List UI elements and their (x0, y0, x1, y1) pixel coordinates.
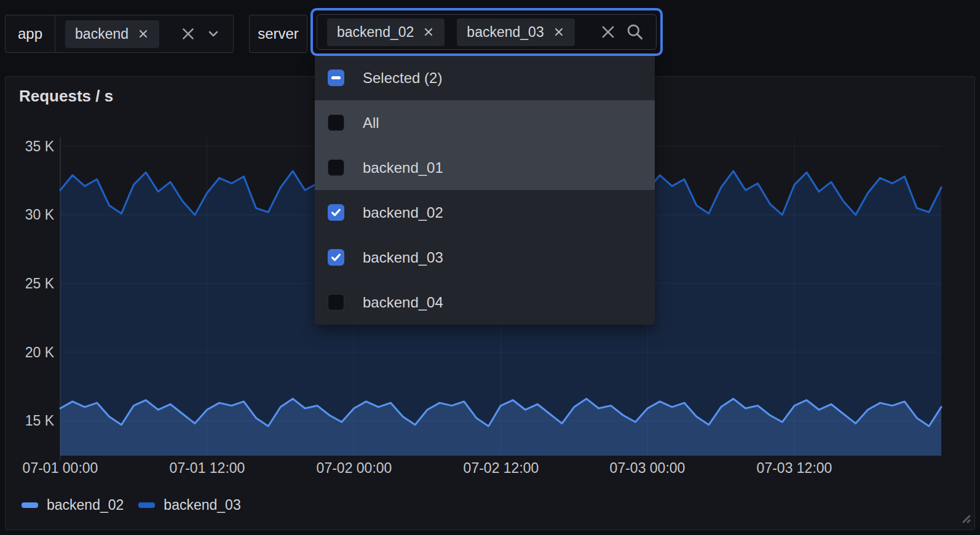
clear-icon[interactable] (180, 26, 196, 42)
y-tick-label: 25 K (16, 275, 54, 292)
dropdown-option-selected-2-[interactable]: Selected (2) (315, 55, 655, 100)
checkbox-unchecked-icon[interactable] (328, 159, 344, 176)
filter-tag-label: backend_02 (337, 24, 414, 41)
x-tick-label: 07-02 12:00 (449, 459, 553, 477)
y-tick-label: 30 K (16, 206, 54, 223)
server-multiselect-input[interactable]: backend_02backend_03 (317, 14, 657, 50)
legend-item-backend_03[interactable]: backend_03 (138, 497, 240, 513)
dropdown-option-label: backend_02 (363, 204, 443, 221)
x-tick-label: 07-02 00:00 (302, 459, 406, 477)
filter-tag[interactable]: backend_02 (327, 18, 445, 46)
dropdown-option-backend-03[interactable]: backend_03 (315, 235, 655, 280)
filter-tag[interactable]: backend (65, 20, 159, 48)
checkbox-unchecked-icon[interactable] (328, 114, 344, 131)
remove-tag-icon[interactable] (422, 26, 435, 38)
legend-swatch-icon (138, 502, 155, 508)
checkbox-checked-icon[interactable] (328, 204, 344, 221)
legend-swatch-icon (22, 502, 38, 508)
server-variable-label: server (249, 15, 307, 53)
dropdown-option-label: backend_04 (363, 294, 443, 311)
dropdown-option-label: All (363, 114, 379, 132)
app-tag-list: backend (65, 20, 159, 48)
dropdown-option-backend-01[interactable]: backend_01 (315, 145, 655, 190)
dropdown-option-backend-02[interactable]: backend_02 (315, 190, 655, 235)
x-tick-label: 07-03 00:00 (595, 459, 700, 477)
dropdown-option-label: Selected (2) (363, 69, 442, 87)
checkbox-unchecked-icon[interactable] (328, 294, 344, 311)
checkbox-checked-icon[interactable] (328, 249, 344, 266)
x-tick-label: 07-03 12:00 (742, 459, 847, 477)
clear-icon[interactable] (599, 23, 617, 41)
search-icon (625, 22, 645, 42)
resize-handle-icon[interactable] (957, 509, 971, 526)
app-variable-label: app (6, 15, 55, 52)
server-control-icons (599, 22, 646, 42)
server-variable-control-focused[interactable]: backend_02backend_03 (310, 8, 663, 56)
remove-tag-icon[interactable] (137, 28, 149, 40)
filter-tag[interactable]: backend_03 (457, 18, 574, 46)
server-tag-list: backend_02backend_03 (327, 18, 575, 46)
x-tick-label: 07-01 12:00 (155, 459, 259, 477)
dropdown-option-label: backend_01 (363, 159, 443, 176)
chevron-down-icon[interactable] (206, 26, 221, 41)
app-variable-control[interactable]: app backend (5, 15, 234, 53)
dropdown-option-all[interactable]: All (315, 100, 655, 145)
dropdown-option-backend-04[interactable]: backend_04 (315, 280, 655, 325)
app-control-icons (180, 26, 223, 42)
dropdown-option-label: backend_03 (363, 249, 443, 266)
filter-tag-label: backend (75, 26, 128, 42)
y-tick-label: 15 K (16, 412, 54, 429)
filter-tag-label: backend_03 (467, 24, 543, 41)
legend: backend_02backend_03 (22, 494, 241, 516)
y-tick-label: 35 K (16, 138, 54, 155)
legend-label: backend_03 (164, 497, 240, 513)
app-variable-value[interactable]: backend (55, 15, 233, 52)
checkbox-indeterminate-icon[interactable] (328, 69, 344, 86)
legend-label: backend_02 (47, 497, 124, 513)
remove-tag-icon[interactable] (553, 26, 565, 38)
y-tick-label: 20 K (16, 344, 54, 361)
legend-item-backend_02[interactable]: backend_02 (22, 497, 124, 513)
x-tick-label: 07-01 00:00 (8, 459, 113, 477)
server-options-dropdown: Selected (2)Allbackend_01backend_02backe… (315, 55, 655, 325)
